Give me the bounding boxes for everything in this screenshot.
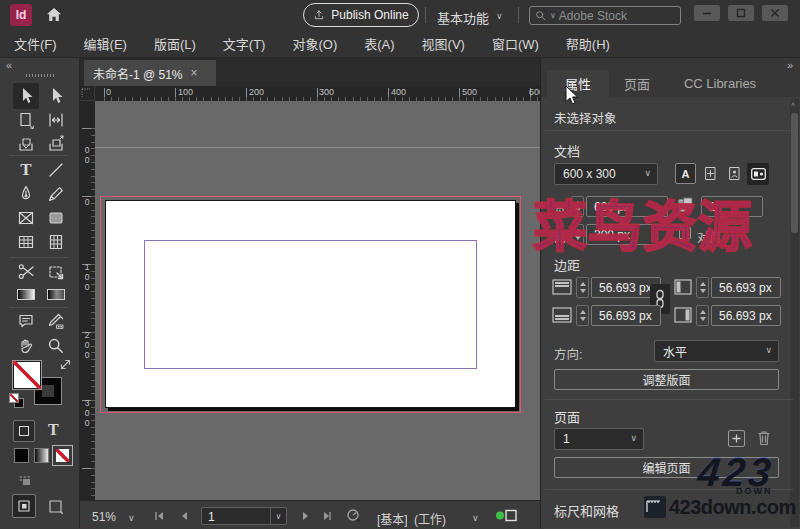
scrollbar-up-icon[interactable]: ˄ [791,101,795,108]
preflight-profile[interactable]: [基本] [377,510,408,527]
home-icon[interactable] [45,6,63,24]
tab-cc-libraries[interactable]: CC Libraries [665,70,775,97]
add-page-button[interactable] [728,430,745,447]
document-tab[interactable]: 未命名-1 @ 51% × [84,60,216,86]
apply-gradient-button[interactable] [34,448,49,463]
preflight-workspace[interactable]: (工作) [414,510,446,527]
panel-scrollbar[interactable]: ˄ [790,99,799,527]
menu-table[interactable]: 表(A) [364,34,394,53]
zoom-level[interactable]: 51% [92,510,116,524]
scrollbar-thumb[interactable] [791,113,798,233]
indesign-logo-icon[interactable]: Id [10,4,32,26]
apply-color-button[interactable] [14,448,29,463]
panel-grip[interactable] [26,74,54,77]
tab-properties[interactable]: 属性 [547,70,609,97]
default-swatches-icon[interactable] [9,393,19,403]
facing-pages-checkbox[interactable] [679,227,691,239]
menu-edit[interactable]: 编辑(E) [84,34,127,53]
width-field[interactable]: 600 px [586,196,668,217]
margin-right-stepper[interactable] [696,305,709,326]
tab-pages[interactable]: 页面 [609,70,665,97]
maximize-button[interactable] [728,5,754,21]
menu-view[interactable]: 视图(V) [422,34,465,53]
pasteboard[interactable] [95,101,540,500]
workspace-switcher[interactable]: 基本功能 [437,8,489,27]
width-stepper[interactable] [571,196,584,217]
delete-page-icon[interactable] [756,429,772,447]
vertical-ruler[interactable]: 00 0 100 200 300 [80,101,95,500]
swap-fill-stroke-icon[interactable] [59,358,72,371]
height-stepper[interactable] [571,224,584,245]
margin-bottom-stepper[interactable] [576,305,589,326]
formatting-affects-container-button[interactable] [13,420,35,442]
menu-file[interactable]: 文件(F) [14,34,57,53]
free-transform-tool[interactable] [47,263,65,281]
note-tool[interactable] [17,312,35,330]
zoom-chevron-icon[interactable]: ∨ [128,513,135,523]
hand-tool[interactable] [17,337,35,355]
edit-pages-button[interactable]: 编辑页面 [554,457,779,478]
last-page-icon[interactable] [321,510,333,525]
pen-tool[interactable] [17,185,35,203]
expand-panel-icon[interactable]: » [787,59,793,71]
margin-left-field[interactable]: 56.693 px [711,277,781,298]
ruler-origin-corner[interactable] [80,86,95,101]
doc-intent-icon[interactable] [747,163,769,185]
horizontal-grid-tool[interactable] [17,233,35,251]
content-collector-tool[interactable] [17,135,35,153]
next-page-icon[interactable] [299,510,311,525]
type-tool[interactable]: T [17,161,35,179]
page-number-field[interactable]: 1 ∨ [201,507,287,525]
margin-left-stepper[interactable] [696,277,709,298]
formatting-affects-text-button[interactable]: T [48,421,59,439]
menu-type[interactable]: 文字(T) [223,34,266,53]
page-count-field[interactable]: 1 [701,196,763,217]
minimize-button[interactable] [694,5,720,21]
menu-window[interactable]: 窗口(W) [492,34,539,53]
gap-tool[interactable] [47,111,65,129]
first-page-icon[interactable] [153,510,165,525]
margin-right-field[interactable]: 56.693 px [711,305,781,326]
doc-bleed-icon[interactable] [700,163,721,184]
content-placer-tool[interactable] [47,135,65,153]
eyedropper-tool[interactable] [47,312,65,330]
pencil-tool[interactable] [47,185,65,203]
preflight-chevron-icon[interactable]: ∨ [472,513,479,523]
adjust-layout-button[interactable]: 调整版面 [554,369,779,390]
gradient-feather-tool[interactable] [47,286,65,304]
collapse-panel-icon[interactable]: « [6,59,12,71]
stock-search-box[interactable]: ∨ Adobe Stock [529,6,681,25]
menu-layout[interactable]: 版面(L) [154,34,196,53]
vertical-grid-tool[interactable] [47,233,65,251]
previous-page-icon[interactable] [178,510,190,525]
rectangle-tool[interactable] [47,209,65,227]
close-tab-icon[interactable]: × [191,66,198,80]
margin-top-stepper[interactable] [576,277,589,298]
page-dropdown-chevron-icon[interactable]: ∨ [270,508,286,524]
fill-swatch[interactable] [12,360,42,390]
apply-none-button[interactable] [52,445,73,466]
menu-object[interactable]: 对象(O) [292,34,337,53]
height-field[interactable]: 300 px [586,224,668,245]
close-button[interactable] [762,5,788,21]
publish-online-button[interactable]: Publish Online [303,3,419,27]
page-tool[interactable] [17,111,35,129]
direct-selection-tool[interactable] [47,87,65,105]
view-options-icon[interactable] [18,473,34,489]
page-size-select[interactable]: 600 x 300 ∨ [554,163,658,185]
rectangle-frame-tool[interactable] [17,209,35,227]
zoom-tool[interactable] [47,337,65,355]
horizontal-ruler[interactable]: 0 100 200 300 400 500 600 [95,86,540,101]
current-page-select[interactable]: 1 ∨ [554,428,644,450]
page[interactable] [105,200,516,408]
menu-help[interactable]: 帮助(H) [566,34,610,53]
preflight-icon[interactable] [346,508,361,526]
screen-mode-normal-button[interactable] [12,494,36,518]
screen-mode-preview-button[interactable] [45,496,65,516]
selection-tool[interactable] [17,87,35,105]
line-tool[interactable] [47,161,65,179]
doc-adjust-a-icon[interactable]: A [675,163,696,184]
gradient-swatch-tool[interactable] [17,286,35,304]
scissors-tool[interactable] [17,263,35,281]
doc-share-icon[interactable] [724,163,745,184]
